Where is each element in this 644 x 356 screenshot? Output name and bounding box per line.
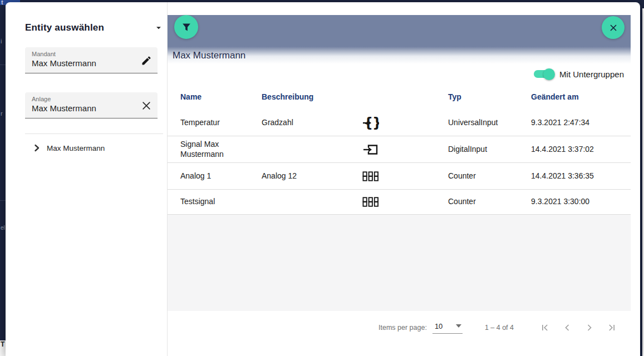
cell-typ: Counter (391, 171, 531, 181)
counter-icon (362, 196, 379, 207)
chevron-right-icon (584, 322, 595, 333)
table-row[interactable]: Analog 1 Analog 12 Counter 14.4.2021 3:3… (168, 163, 631, 190)
collapse-caret-icon[interactable] (155, 24, 163, 32)
sidebar: Entity auswählen Mandant Max Mustermann … (6, 2, 168, 356)
table-header-row: Name Beschreibung Typ Geändert am (168, 84, 631, 110)
backdrop-divider (0, 200, 6, 201)
cell-name: Testsignal (180, 197, 262, 207)
cell-changed: 14.4.2021 3:37:02 (531, 145, 631, 155)
backdrop-right-strip (640, 0, 642, 356)
sidebar-header: Entity auswählen (25, 22, 163, 33)
close-icon (608, 23, 618, 33)
svg-text:}: } (372, 116, 379, 130)
filter-button[interactable] (174, 15, 198, 39)
last-page-button[interactable] (605, 321, 618, 334)
toggle-knob (543, 68, 555, 80)
anlage-field-value: Max Mustermann (32, 103, 152, 113)
cell-name: Analog 1 (180, 171, 262, 181)
column-header-typ: Typ (391, 92, 531, 101)
paginator: Items per page: 10 1 – 4 of 4 (168, 311, 631, 344)
close-button[interactable] (602, 16, 625, 39)
backdrop-text-fragment: T (1, 340, 4, 348)
paginator-nav (538, 321, 618, 334)
table-empty-area (168, 215, 631, 311)
panel-title: Max Mustermann (173, 50, 245, 61)
backdrop-text-fragment: i (1, 38, 2, 44)
entity-picker-dialog: Entity auswählen Mandant Max Mustermann … (6, 2, 640, 356)
table-row[interactable]: Testsignal Counter 9.3.2021 3:30:00 (168, 190, 631, 215)
column-header-geaendert-am: Geändert am (531, 92, 631, 101)
select-caret-icon (456, 324, 461, 328)
mandant-field-label: Mandant (32, 51, 152, 57)
counter-icon (362, 171, 379, 182)
first-page-button[interactable] (538, 321, 552, 334)
column-header-name: Name (180, 92, 262, 101)
backdrop-left-strip: i r el (0, 0, 6, 340)
anlage-field[interactable]: Anlage Max Mustermann (25, 92, 158, 118)
items-per-page-label: Items per page: (378, 324, 427, 332)
cell-name: Signal Max Mustermann (180, 140, 262, 159)
first-page-icon (539, 322, 550, 333)
tree-item-label: Max Mustermann (47, 144, 105, 152)
table-row[interactable]: Temperatur Gradzahl { } UniversalInput 9… (168, 110, 631, 136)
cell-typ: UniversalInput (391, 118, 531, 128)
signal-panel: Max Mustermann Mit Untergruppen Name Bes… (168, 2, 640, 356)
panel-top-spacer (168, 2, 640, 15)
chevron-left-icon (562, 322, 573, 333)
funnel-icon (180, 21, 193, 33)
screen: i r el t T Entity auswählen Mandant Max … (0, 0, 644, 356)
subgroups-toggle-row: Mit Untergruppen (168, 64, 631, 84)
column-header-beschreibung: Beschreibung (262, 92, 351, 101)
digital-input-icon (363, 143, 378, 156)
cell-changed: 9.3.2021 2:47:34 (531, 118, 631, 128)
panel-header-bar (168, 15, 631, 47)
mandant-field[interactable]: Mandant Max Mustermann (25, 47, 158, 73)
table-row[interactable]: Signal Max Mustermann DigitalInput 14.4.… (168, 136, 631, 163)
cell-changed: 14.4.2021 3:36:35 (531, 171, 631, 181)
sidebar-divider (25, 134, 163, 134)
next-page-button[interactable] (583, 321, 596, 334)
chevron-right-icon[interactable] (32, 144, 41, 152)
sidebar-title: Entity auswählen (25, 22, 104, 33)
cell-changed: 9.3.2021 3:30:00 (531, 197, 631, 207)
edit-icon[interactable] (141, 55, 152, 66)
anlage-field-label: Anlage (32, 96, 152, 102)
tree-item-max-mustermann[interactable]: Max Mustermann (32, 140, 160, 156)
mandant-field-value: Max Mustermann (32, 58, 152, 68)
last-page-icon (606, 322, 617, 333)
cell-typ: DigitalInput (391, 145, 531, 155)
universal-input-icon: { } (362, 116, 379, 130)
page-size-value: 10 (435, 322, 443, 330)
clear-icon[interactable] (141, 100, 152, 111)
untergruppen-toggle[interactable] (534, 68, 554, 80)
backdrop-text-fragment: r (1, 110, 3, 117)
cell-name: Temperatur (180, 118, 262, 128)
page-size-select[interactable]: 10 (432, 322, 463, 334)
range-label: 1 – 4 of 4 (485, 324, 514, 332)
cell-typ: Counter (391, 197, 531, 207)
backdrop-text-fragment: el (1, 225, 5, 231)
previous-page-button[interactable] (561, 321, 574, 334)
cell-description: Analog 12 (262, 171, 351, 181)
cell-description: Gradzahl (262, 118, 351, 128)
backdrop-divider (0, 65, 6, 65)
untergruppen-toggle-label: Mit Untergruppen (559, 70, 624, 79)
